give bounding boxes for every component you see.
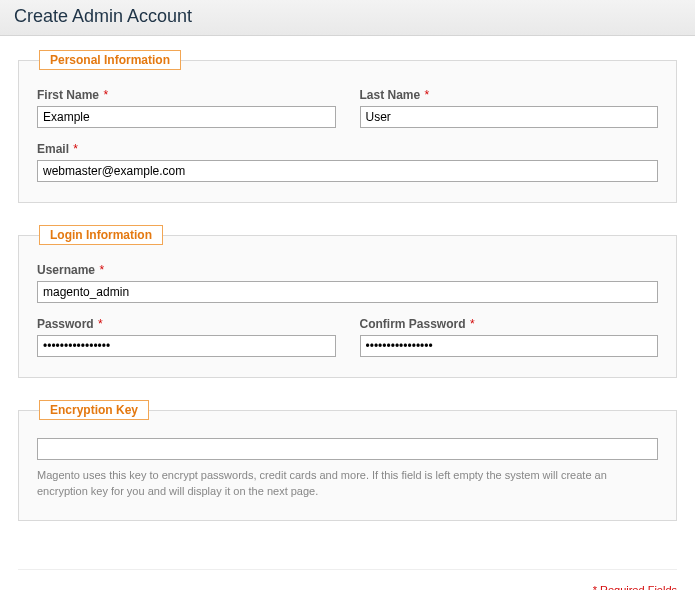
input-confirm-password[interactable] (360, 335, 659, 357)
label-first-name: First Name * (37, 88, 336, 102)
label-password: Password * (37, 317, 336, 331)
legend-login-information: Login Information (39, 225, 163, 245)
label-confirm-password: Confirm Password * (360, 317, 659, 331)
fieldset-personal-information: Personal Information First Name * Last N… (18, 50, 677, 203)
page-header: Create Admin Account (0, 0, 695, 36)
field-first-name: First Name * (37, 88, 336, 128)
input-email[interactable] (37, 160, 658, 182)
required-asterisk: * (470, 317, 475, 331)
form-content: Personal Information First Name * Last N… (0, 36, 695, 553)
input-encryption-key[interactable] (37, 438, 658, 460)
required-asterisk: * (425, 88, 430, 102)
field-password: Password * (37, 317, 336, 357)
encryption-key-hint: Magento uses this key to encrypt passwor… (37, 468, 658, 500)
required-asterisk: * (103, 88, 108, 102)
label-username: Username * (37, 263, 658, 277)
input-last-name[interactable] (360, 106, 659, 128)
fieldset-login-information: Login Information Username * Password * (18, 225, 677, 378)
required-asterisk: * (73, 142, 78, 156)
required-asterisk: * (99, 263, 104, 277)
field-last-name: Last Name * (360, 88, 659, 128)
label-email: Email * (37, 142, 658, 156)
input-first-name[interactable] (37, 106, 336, 128)
fieldset-encryption-key: Encryption Key Magento uses this key to … (18, 400, 677, 521)
required-asterisk: * (98, 317, 103, 331)
field-confirm-password: Confirm Password * (360, 317, 659, 357)
input-username[interactable] (37, 281, 658, 303)
required-fields-note: * Required Fields (18, 584, 677, 590)
field-email: Email * (37, 142, 658, 182)
input-password[interactable] (37, 335, 336, 357)
field-encryption-key: Magento uses this key to encrypt passwor… (37, 438, 658, 500)
legend-personal-information: Personal Information (39, 50, 181, 70)
label-last-name: Last Name * (360, 88, 659, 102)
legend-encryption-key: Encryption Key (39, 400, 149, 420)
field-username: Username * (37, 263, 658, 303)
form-footer: * Required Fields Continue (18, 569, 677, 590)
page-title: Create Admin Account (14, 6, 681, 27)
